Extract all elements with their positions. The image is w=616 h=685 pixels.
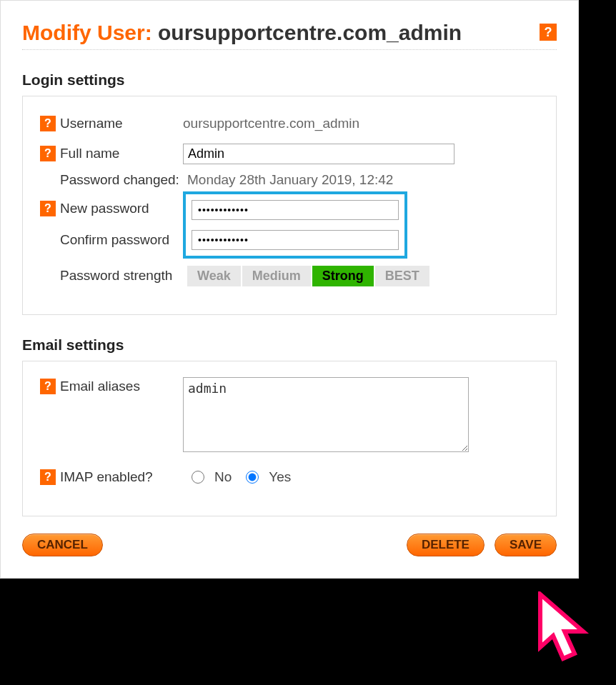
email-settings-heading: Email settings	[22, 336, 557, 354]
help-icon[interactable]: ?	[40, 379, 56, 394]
help-icon[interactable]: ?	[40, 469, 56, 485]
password-highlight-box	[183, 191, 407, 259]
login-settings-heading: Login settings	[22, 71, 557, 89]
help-icon[interactable]: ?	[40, 201, 56, 216]
imap-no-label: No	[214, 469, 232, 485]
username-row: ? Username oursupportcentre.com_admin	[40, 112, 539, 135]
modify-user-panel: ? Modify User: oursupportcentre.com_admi…	[0, 0, 579, 579]
password-strength-row: Password strength Weak Medium Strong BES…	[40, 264, 539, 287]
fullname-input[interactable]	[183, 144, 454, 164]
new-password-label: New password	[60, 201, 149, 216]
imap-no-radio[interactable]	[192, 471, 204, 484]
new-password-input[interactable]	[192, 200, 399, 220]
svg-marker-0	[540, 594, 583, 659]
username-label: Username	[60, 116, 123, 131]
title-username: oursupportcentre.com_admin	[158, 21, 462, 44]
imap-radio-group: No Yes	[183, 469, 539, 485]
username-value: oursupportcentre.com_admin	[183, 116, 539, 131]
help-icon[interactable]: ?	[40, 146, 56, 161]
save-button[interactable]: SAVE	[495, 534, 557, 556]
password-changed-row: Password changed: Monday 28th January 20…	[40, 172, 539, 189]
email-aliases-input[interactable]	[183, 377, 469, 452]
action-bar: CANCEL DELETE SAVE	[22, 534, 557, 556]
confirm-password-input[interactable]	[192, 230, 399, 250]
login-settings-box: ? Username oursupportcentre.com_admin ? …	[22, 96, 557, 315]
fullname-row: ? Full name	[40, 142, 539, 165]
strength-strong: Strong	[312, 266, 375, 286]
help-icon[interactable]: ?	[40, 116, 56, 131]
cancel-button[interactable]: CANCEL	[22, 534, 103, 556]
imap-yes-radio[interactable]	[246, 471, 259, 484]
delete-button[interactable]: DELETE	[407, 534, 485, 556]
password-changed-value: Monday 28th January 2019, 12:42	[187, 172, 393, 189]
password-changed-label: Password changed:	[60, 172, 179, 188]
imap-row: ? IMAP enabled? No Yes	[40, 466, 539, 489]
password-strength-meter: Weak Medium Strong BEST	[187, 266, 431, 286]
password-strength-label: Password strength	[60, 268, 172, 284]
fullname-label: Full name	[60, 146, 119, 161]
email-aliases-row: ? Email aliases	[40, 377, 539, 456]
page-title: Modify User: oursupportcentre.com_admin	[22, 21, 557, 50]
confirm-password-label: Confirm password	[60, 232, 169, 248]
title-prefix: Modify User:	[22, 21, 158, 44]
strength-medium: Medium	[242, 266, 312, 286]
imap-yes-label: Yes	[269, 469, 291, 485]
strength-weak: Weak	[187, 266, 242, 286]
cursor-pointer-icon	[535, 591, 599, 674]
email-aliases-label: Email aliases	[60, 379, 140, 394]
imap-label: IMAP enabled?	[60, 469, 153, 485]
help-icon[interactable]: ?	[540, 24, 557, 41]
email-settings-box: ? Email aliases ? IMAP enabled? No Yes	[22, 361, 557, 516]
strength-best: BEST	[375, 266, 431, 286]
